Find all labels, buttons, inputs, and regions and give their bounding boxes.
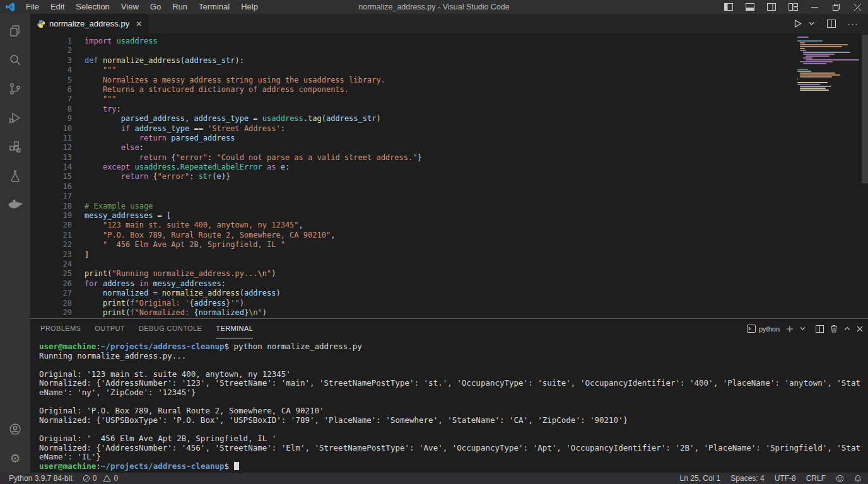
maximize-panel-chevron-icon[interactable]	[844, 326, 850, 331]
menu-view[interactable]: View	[115, 0, 144, 14]
python-interpreter-status[interactable]: Python 3.9.7 84-bit	[9, 474, 73, 483]
tab-close-icon[interactable]: ✕	[136, 20, 142, 28]
code-line[interactable]: 13 return {"error": "Could not parse as …	[30, 153, 868, 163]
code-line[interactable]: 17	[30, 192, 868, 201]
menu-help[interactable]: Help	[235, 0, 264, 14]
terminal-dropdown-chevron-icon[interactable]	[800, 326, 806, 331]
layout-sidebar-icon[interactable]	[718, 0, 739, 14]
terminal-line: Original: 'P.O. Box 789, Rural Route 2, …	[39, 406, 863, 416]
code-line[interactable]: 2	[30, 46, 868, 55]
code-line[interactable]: 22 " 456 Elm Ave Apt 2B, Springfield, IL…	[30, 240, 868, 250]
menu-file[interactable]: File	[20, 0, 45, 14]
code-line[interactable]: 25print("Running normalize_address.py...…	[30, 269, 868, 279]
code-line[interactable]: 11 return parsed_address	[30, 134, 868, 143]
code-line[interactable]: 12 else:	[30, 143, 868, 153]
restore-button[interactable]	[825, 0, 847, 14]
docker-icon[interactable]	[0, 190, 30, 219]
terminal-shell-badge[interactable]: python	[747, 325, 780, 333]
terminal-line	[39, 360, 863, 370]
customize-layout-icon[interactable]	[782, 0, 804, 14]
minimize-button[interactable]	[804, 0, 825, 14]
testing-icon[interactable]	[0, 161, 30, 190]
terminal-line: Original: ' 456 Elm Ave Apt 2B, Springfi…	[39, 434, 863, 444]
tab-bar: normalize_address.py ✕ ···	[30, 14, 868, 33]
extensions-icon[interactable]	[0, 132, 30, 161]
source-control-icon[interactable]	[0, 74, 30, 103]
kill-terminal-trash-icon[interactable]	[830, 325, 838, 333]
search-icon[interactable]	[0, 45, 30, 74]
line-number: 13	[30, 153, 72, 163]
split-editor-icon[interactable]	[825, 18, 838, 30]
code-line[interactable]: 18# Example usage	[30, 202, 868, 211]
code-line[interactable]: 15 return {"error": str(e)}	[30, 172, 868, 182]
panel-tab-output[interactable]: OUTPUT	[95, 320, 125, 338]
new-terminal-icon[interactable]	[786, 325, 794, 333]
minimap[interactable]	[794, 35, 860, 93]
terminal-output[interactable]: user@machine:~/projects/address-cleanup$…	[30, 338, 868, 473]
code-line[interactable]: 10 if address_type == 'Street Address':	[30, 124, 868, 134]
code-editor[interactable]: 1import usaddress23def normalize_address…	[30, 33, 868, 318]
line-number: 28	[30, 299, 72, 308]
code-line[interactable]: 7 """	[30, 95, 868, 104]
problems-status[interactable]: 0 0	[83, 474, 118, 483]
menu-edit[interactable]: Edit	[45, 0, 70, 14]
encoding-status[interactable]: UTF-8	[775, 474, 796, 483]
account-icon[interactable]	[0, 415, 30, 444]
code-line[interactable]: 23]	[30, 250, 868, 260]
split-terminal-icon[interactable]	[816, 325, 824, 333]
menu-terminal[interactable]: Terminal	[193, 0, 235, 14]
line-number: 1	[30, 37, 72, 46]
panel-tab-problems[interactable]: PROBLEMS	[40, 320, 81, 338]
warnings-count: 0	[114, 474, 118, 483]
panel-tab-terminal[interactable]: TERMINAL	[216, 320, 253, 338]
menu-selection[interactable]: Selection	[70, 0, 115, 14]
settings-gear-icon[interactable]: ⚙	[0, 444, 30, 473]
line-number: 8	[30, 105, 72, 114]
activity-bar: ⚙	[0, 14, 30, 473]
code-line[interactable]: 20 "123 main st. suite 400, anytown, ny …	[30, 221, 868, 230]
shell-label: python	[759, 325, 780, 333]
line-number: 7	[30, 95, 72, 104]
close-panel-icon[interactable]	[857, 326, 863, 332]
code-line[interactable]: 3def normalize_address(address_str):	[30, 56, 868, 66]
code-line[interactable]: 9 parsed_address, address_type = usaddre…	[30, 114, 868, 124]
code-line[interactable]: 19messy_addresses = [	[30, 211, 868, 221]
menu-go[interactable]: Go	[144, 0, 167, 14]
line-number: 5	[30, 76, 72, 85]
cursor-position-status[interactable]: Ln 25, Col 1	[680, 474, 721, 483]
code-line[interactable]: 16	[30, 182, 868, 192]
feedback-icon[interactable]	[836, 475, 844, 483]
more-actions-icon[interactable]: ···	[845, 16, 860, 31]
code-line[interactable]: 6 Returns a structured dictionary of add…	[30, 85, 868, 95]
close-button[interactable]	[847, 0, 868, 14]
notifications-bell-icon[interactable]	[854, 475, 862, 483]
explorer-icon[interactable]	[0, 16, 30, 45]
indentation-status[interactable]: Spaces: 4	[730, 474, 764, 483]
terminal-line: user@machine:~/projects/address-cleanup$	[39, 462, 863, 471]
eol-status[interactable]: CRLF	[806, 474, 826, 483]
run-dropdown-chevron-icon[interactable]	[807, 20, 816, 28]
layout-secondary-sidebar-icon[interactable]	[761, 0, 782, 14]
line-number: 21	[30, 231, 72, 240]
layout-panel-icon[interactable]	[739, 0, 761, 14]
code-line[interactable]: 26for address in messy_addresses:	[30, 279, 868, 289]
panel-tab-debug-contole[interactable]: DEBUG CONTOLE	[139, 320, 202, 338]
code-line[interactable]: 1import usaddress	[30, 37, 868, 46]
menu-run[interactable]: Run	[167, 0, 193, 14]
code-line[interactable]: 27 normalized = normalize_address(addres…	[30, 289, 868, 298]
run-python-file-icon[interactable]	[791, 17, 804, 30]
terminal-icon	[747, 325, 756, 333]
code-line[interactable]: 8 try:	[30, 105, 868, 114]
code-line[interactable]: 29 print(f"Normalized: {normalized}\n")	[30, 308, 868, 318]
code-line[interactable]: 4 """	[30, 66, 868, 75]
code-line[interactable]: 21 "P.O. Box 789, Rural Route 2, Somewhe…	[30, 231, 868, 240]
code-line[interactable]: 24	[30, 260, 868, 269]
code-line[interactable]: 5 Normalizes a messy address string usin…	[30, 76, 868, 85]
code-line[interactable]: 14 except usaddress.RepeatedLabelError a…	[30, 163, 868, 172]
editor-scrollbar[interactable]	[862, 35, 868, 183]
code-line[interactable]: 30	[30, 318, 868, 318]
code-line[interactable]: 28 print(f"Original: '{address}'")	[30, 299, 868, 308]
tab-normalize-address[interactable]: normalize_address.py ✕	[30, 14, 149, 33]
panel-actions: python	[747, 325, 863, 333]
run-and-debug-icon[interactable]	[0, 103, 30, 132]
